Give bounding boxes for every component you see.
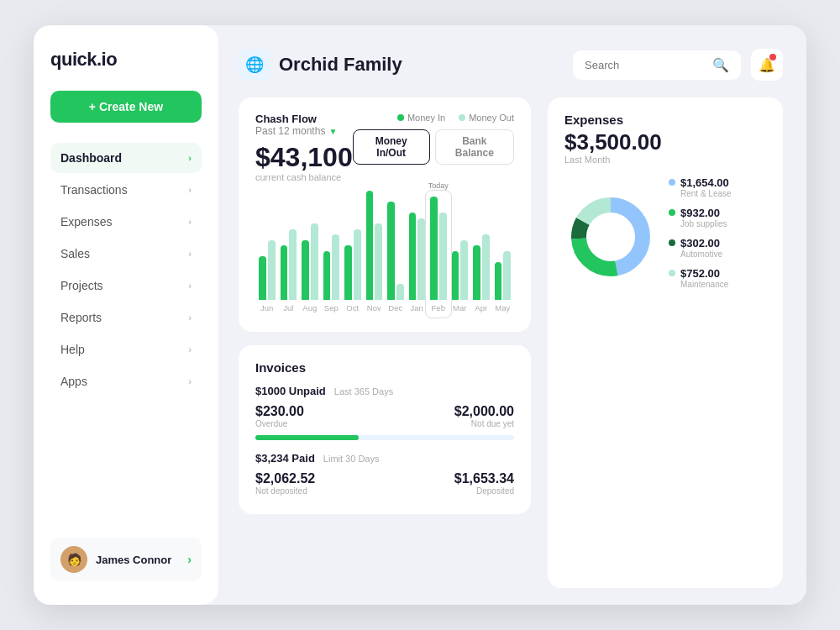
main-content: 🌐 Orchid Family 🔍 🔔 Chash Flow	[218, 25, 806, 605]
user-profile[interactable]: 🧑 James Connor ›	[50, 538, 202, 581]
bar-group-aug	[302, 223, 318, 300]
user-name: James Connor	[96, 554, 187, 566]
toggle-money-in-out[interactable]: Money In/Out	[353, 129, 430, 165]
bar-label-jun: Jun	[259, 303, 276, 312]
bar-money-out	[268, 240, 276, 301]
content-grid: Chash Flow Past 12 months ▼ $43,100 curr…	[239, 97, 783, 588]
bar-group-jan	[409, 213, 426, 300]
bar-label-jul: Jul	[281, 303, 297, 312]
chart-legend: Money In Money Out	[353, 113, 514, 123]
invoices-unpaid-header: $1000 Unpaid Last 365 Days	[255, 385, 514, 397]
overdue-amount: $230.00	[255, 404, 304, 419]
nav-chevron-icon: ›	[188, 376, 192, 386]
search-input[interactable]	[585, 59, 712, 71]
deposited-amount: $1,653.34	[454, 471, 514, 486]
bar-money-out	[311, 223, 318, 300]
sidebar-item-transactions[interactable]: Transactions›	[50, 175, 202, 205]
unpaid-badge: $1000 Unpaid	[255, 385, 326, 397]
sidebar-item-apps[interactable]: Apps›	[50, 366, 202, 396]
bar-money-in	[452, 251, 459, 301]
money-out-dot	[459, 114, 465, 121]
search-icon: 🔍	[712, 57, 729, 73]
nav-chevron-icon: ›	[188, 312, 192, 323]
sidebar-item-dashboard[interactable]: Dashboard›	[50, 143, 202, 173]
deposited-block: $1,653.34 Deposited	[454, 471, 514, 496]
sidebar-item-expenses[interactable]: Expenses›	[50, 207, 202, 237]
bar-money-out	[289, 229, 297, 301]
sidebar-item-help[interactable]: Help›	[50, 334, 202, 365]
left-panel: Chash Flow Past 12 months ▼ $43,100 curr…	[239, 97, 531, 588]
bar-group-dec	[387, 202, 404, 300]
sidebar-item-reports[interactable]: Reports›	[50, 302, 202, 333]
bar-money-out	[460, 240, 468, 301]
paid-amounts: $2,062.52 Not deposited $1,653.34 Deposi…	[255, 471, 514, 496]
overdue-label: Overdue	[255, 419, 304, 428]
notification-dot	[769, 54, 776, 60]
bar-money-in	[473, 245, 480, 300]
bar-money-in	[387, 202, 395, 300]
bar-label-sep: Sep	[323, 303, 340, 312]
logo: quick.io	[50, 49, 202, 71]
sidebar: quick.io + Create New Dashboard›Transact…	[34, 25, 218, 605]
bar-money-out	[439, 213, 447, 300]
bar-money-in	[430, 197, 438, 301]
bar-money-out	[396, 284, 404, 301]
cashflow-balance: $43,100	[255, 144, 353, 171]
period-arrow-icon: ▼	[328, 127, 337, 136]
invoices-paid-header: $3,234 Paid Limit 30 Days	[255, 452, 514, 465]
invoices-card: Invoices $1000 Unpaid Last 365 Days $230…	[239, 345, 531, 514]
expense-dot	[669, 179, 675, 186]
bar-group-mar	[452, 240, 469, 301]
bar-money-out	[503, 251, 511, 301]
deposited-label: Deposited	[454, 486, 514, 496]
bar-money-in	[302, 240, 309, 301]
not-deposited-amount: $2,062.52	[255, 471, 315, 486]
progress-bar-fill	[255, 435, 359, 440]
expense-item: $302.00 Automotive	[669, 237, 766, 259]
bar-group-sep	[323, 234, 340, 300]
create-new-button[interactable]: + Create New	[50, 91, 202, 123]
invoices-title: Invoices	[255, 360, 514, 375]
bar-chart: Today JunJulAugSepOctNovDecJanFebMarAprM…	[255, 191, 514, 317]
search-bar: 🔍	[573, 50, 741, 80]
nav-chevron-icon: ›	[188, 249, 192, 259]
expenses-period: Last Month	[564, 155, 766, 165]
toggle-bank-balance[interactable]: Bank Balance	[435, 129, 514, 165]
sidebar-item-sales[interactable]: Sales›	[50, 239, 202, 269]
nav-chevron-icon: ›	[188, 344, 192, 354]
balance-label: current cash balance	[255, 172, 353, 182]
sidebar-item-projects[interactable]: Projects›	[50, 270, 202, 301]
cashflow-title: Chash Flow	[255, 113, 353, 125]
bar-money-in	[409, 213, 417, 300]
unpaid-period: Last 365 Days	[334, 386, 393, 396]
bar-label-apr: Apr	[473, 303, 490, 312]
not-due-block: $2,000.00 Not due yet	[454, 404, 514, 428]
user-chevron-icon: ›	[187, 553, 192, 566]
header: 🌐 Orchid Family 🔍 🔔	[239, 49, 783, 81]
bar-money-out	[482, 234, 490, 300]
bar-money-in	[495, 262, 502, 301]
bar-label-jan: Jan	[409, 303, 426, 312]
org-icon: 🌐	[239, 49, 270, 81]
not-due-amount: $2,000.00	[454, 404, 514, 419]
bar-label-may: May	[495, 303, 512, 312]
bar-label-mar: Mar	[452, 303, 469, 312]
svg-point-4	[587, 213, 634, 260]
paid-period: Limit 30 Days	[323, 454, 380, 464]
overdue-block: $230.00 Overdue	[255, 404, 304, 428]
nav-chevron-icon: ›	[188, 153, 192, 163]
legend-money-out: Money Out	[459, 113, 514, 123]
cashflow-card: Chash Flow Past 12 months ▼ $43,100 curr…	[239, 97, 531, 332]
notification-button[interactable]: 🔔	[751, 49, 783, 81]
bar-label-dec: Dec	[387, 303, 404, 312]
expenses-title: Expenses	[564, 113, 766, 127]
bar-group-nov	[366, 191, 383, 300]
bar-group-feb: Today	[430, 197, 447, 301]
bar-money-in	[281, 245, 288, 300]
expense-dot	[669, 270, 675, 276]
money-in-dot	[397, 114, 404, 121]
bar-group-apr	[473, 234, 490, 300]
bar-money-out	[417, 218, 425, 301]
bar-label-aug: Aug	[302, 303, 318, 312]
nav-chevron-icon: ›	[188, 185, 192, 195]
